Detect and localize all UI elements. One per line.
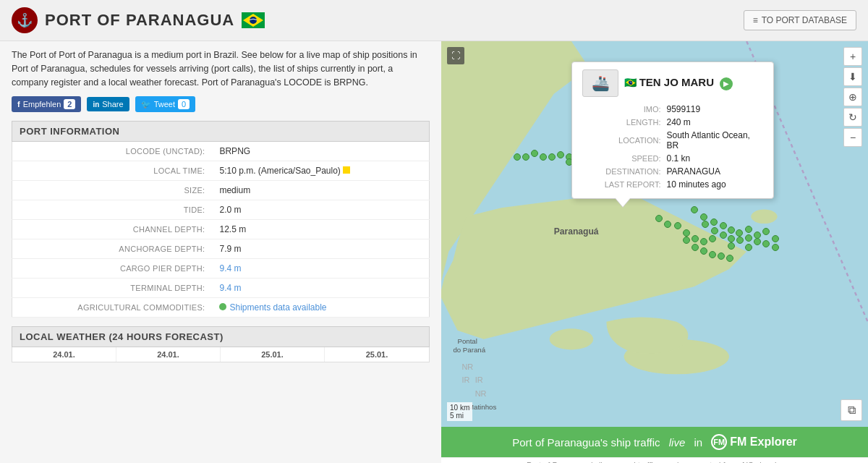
vessel-dot-25[interactable] <box>728 235 735 242</box>
weather-title: LOCAL WEATHER (24 HOURS FORECAST) <box>12 326 430 347</box>
weather-col-2: 24.01. <box>116 347 221 362</box>
scale-mi: 5 mi <box>450 412 469 420</box>
vessel-dot-2[interactable] <box>531 150 538 157</box>
vessel-dot-24[interactable] <box>720 232 727 239</box>
list-icon: ≡ <box>753 15 758 25</box>
vessel-dot-41[interactable] <box>683 229 690 237</box>
map-expand-button[interactable]: ⛶ <box>447 47 464 64</box>
map-container[interactable]: NR NR NR NR NR NR NR NR NR NR NR NR NR N… <box>441 41 868 427</box>
vessel-dot-49[interactable] <box>664 221 671 228</box>
vessel-dot-21[interactable] <box>728 226 735 234</box>
location-value: South Atlantic Ocean, BR <box>664 129 764 152</box>
svg-text:IR: IR <box>475 375 483 384</box>
vessel-dot-0[interactable] <box>514 153 521 161</box>
vessel-dot-22[interactable] <box>702 221 709 228</box>
facebook-button[interactable]: f Empfehlen 2 <box>12 96 81 112</box>
twitter-button[interactable]: 🐦 Tweet 0 <box>135 96 195 112</box>
vessel-dot-18[interactable] <box>700 213 707 221</box>
port-info-row-0: LOCODE (UNCTAD):BRPNG <box>12 142 430 161</box>
imo-value: 9599119 <box>664 103 764 116</box>
ship-name[interactable]: TEN JO MARU <box>639 76 714 88</box>
vessel-dot-20[interactable] <box>720 222 727 229</box>
ship-icon: 🚢 <box>582 69 618 97</box>
shipments-link[interactable]: Shipments data available <box>229 302 326 313</box>
port-info-label-8: AGRICULTURAL COMMODITIES: <box>12 298 213 318</box>
vessel-dot-3[interactable] <box>540 153 547 161</box>
port-info-value-1: 5:10 p.m. (America/Sao_Paulo) <box>212 161 429 181</box>
map-download-button[interactable]: ⬇ <box>843 67 862 86</box>
vessel-dot-44[interactable] <box>692 244 699 251</box>
vessel-dot-33[interactable] <box>762 240 770 247</box>
fm-explorer-bar[interactable]: Port of Paranagua's ship traffic live in… <box>441 427 868 457</box>
vessel-dot-40[interactable] <box>692 235 699 242</box>
length-value: 240 m <box>664 116 764 129</box>
port-info-label-1: LOCAL TIME: <box>12 161 213 181</box>
imo-label: IMO: <box>582 103 664 116</box>
port-info-row-7: TERMINAL DEPTH:9.4 m <box>12 279 430 298</box>
port-info-label-6: CARGO PIER DEPTH: <box>12 259 213 279</box>
port-info-label-7: TERMINAL DEPTH: <box>12 279 213 298</box>
ship-name-area: 🇧🇷 TEN JO MARU ▶ <box>624 76 763 90</box>
vessel-dot-32[interactable] <box>754 238 761 245</box>
zoom-in-button[interactable]: + <box>843 47 862 66</box>
vessel-dot-43[interactable] <box>683 237 690 244</box>
weather-date-3: 25.01. <box>225 350 320 359</box>
port-info-row-1: LOCAL TIME:5:10 p.m. (America/Sao_Paulo) <box>12 161 430 181</box>
vessel-dot-5[interactable] <box>557 151 564 158</box>
brazil-flag-icon <box>242 12 265 28</box>
vessel-dot-34[interactable] <box>772 235 779 242</box>
vessel-dot-1[interactable] <box>522 153 529 161</box>
vessel-dot-48[interactable] <box>726 255 733 262</box>
vessel-dot-45[interactable] <box>700 247 707 255</box>
length-label: LENGTH: <box>582 116 664 129</box>
vessel-dot-31[interactable] <box>762 228 770 235</box>
vessel-dot-28[interactable] <box>736 237 744 244</box>
main-layout: The Port of Port of Paranagua is a mediu… <box>0 41 868 463</box>
vessel-dot-42[interactable] <box>674 222 681 229</box>
page-header: ⚓ PORT OF PARANAGUA ≡ TO PORT DATABASE <box>0 0 868 41</box>
port-info-row-5: ANCHORAGE DEPTH:7.9 m <box>12 239 430 259</box>
map-scale: 10 km 5 mi <box>447 402 472 421</box>
svg-point-5 <box>550 328 594 349</box>
ship-popup: 🚢 🇧🇷 TEN JO MARU ▶ IMO: 9599119 LENGTH: <box>571 61 774 199</box>
port-info-value-8[interactable]: Shipments data available <box>212 298 429 318</box>
vessel-dot-27[interactable] <box>745 226 752 233</box>
map-layers-button[interactable]: ⧉ <box>841 399 862 421</box>
vessel-dot-26[interactable] <box>736 229 743 237</box>
speed-value: 0.1 kn <box>664 152 764 165</box>
port-info-value-4: 12.5 m <box>212 220 429 239</box>
port-info-value-7: 9.4 m <box>212 279 429 298</box>
ship-location-row: LOCATION: South Atlantic Ocean, BR <box>582 129 763 152</box>
page-title: PORT OF PARANAGUA <box>45 11 234 30</box>
ship-go-icon[interactable]: ▶ <box>720 77 733 90</box>
port-info-value-0: BRPNG <box>212 142 429 161</box>
destination-value: PARANAGUA <box>664 165 764 178</box>
vessel-dot-4[interactable] <box>548 153 556 161</box>
vessel-dot-39[interactable] <box>700 238 707 245</box>
vessel-dot-35[interactable] <box>772 244 779 251</box>
vessel-dot-50[interactable] <box>655 215 663 222</box>
vessel-dot-38[interactable] <box>709 235 716 242</box>
map-rotate-button[interactable]: ↻ <box>843 108 862 127</box>
vessel-dot-19[interactable] <box>710 218 718 226</box>
left-panel: The Port of Port of Paranagua is a mediu… <box>0 41 441 463</box>
linkedin-button[interactable]: in Share <box>87 97 129 111</box>
vessel-dot-47[interactable] <box>718 252 725 260</box>
anchor-icon: ⚓ <box>12 7 38 33</box>
ship-destination-row: DESTINATION: PARANAGUA <box>582 165 763 178</box>
zoom-out-button[interactable]: − <box>843 128 862 147</box>
vessel-dot-46[interactable] <box>709 251 716 258</box>
vessel-dot-37[interactable] <box>728 242 735 250</box>
vessel-dot-23[interactable] <box>711 227 718 234</box>
to-port-database-button[interactable]: ≡ TO PORT DATABASE <box>744 10 856 30</box>
port-info-table: LOCODE (UNCTAD):BRPNGLOCAL TIME:5:10 p.m… <box>12 142 430 318</box>
ship-flag-icon: 🇧🇷 <box>624 77 637 88</box>
ship-details-table: IMO: 9599119 LENGTH: 240 m LOCATION: Sou… <box>582 103 763 191</box>
vessel-dot-36[interactable] <box>745 244 752 251</box>
vessel-dot-17[interactable] <box>691 206 698 213</box>
map-locate-button[interactable]: ⊕ <box>843 88 862 106</box>
vessel-dot-29[interactable] <box>745 234 752 242</box>
fm-live-text: live <box>669 436 686 449</box>
port-info-row-4: CHANNEL DEPTH:12.5 m <box>12 220 430 239</box>
last-report-label: LAST REPORT: <box>582 178 664 191</box>
